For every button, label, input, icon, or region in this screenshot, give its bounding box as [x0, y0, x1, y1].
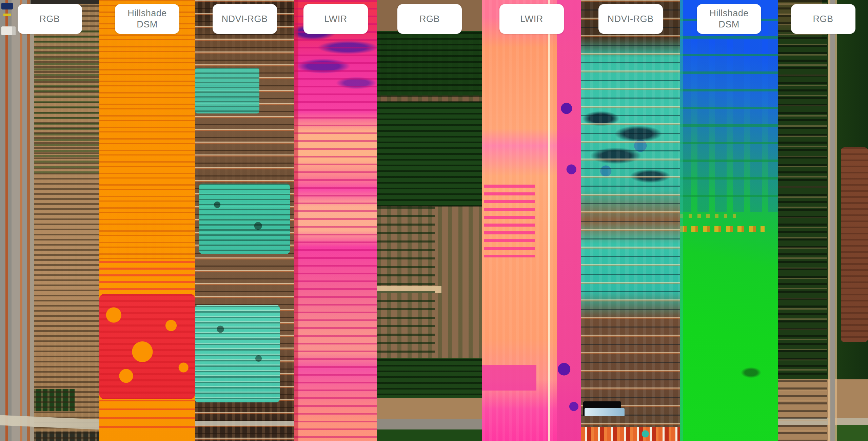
layer-comparison-canvas: RGB Hillshade DSM NDVI-RGB LWIR RGB LWIR [0, 0, 868, 441]
layer-label-chip[interactable]: RGB [18, 4, 82, 34]
layer-label: Hillshade DSM [704, 8, 754, 30]
ndvi-speckle-row [581, 427, 680, 441]
layer-label-chip[interactable]: LWIR [303, 4, 368, 34]
truck-shadow [583, 401, 621, 416]
layer-label-chip[interactable]: NDVI-RGB [213, 4, 277, 34]
layer-label: RGB [39, 14, 60, 25]
map-strip-rgb-3: RGB [778, 0, 868, 441]
dirt-road [195, 421, 294, 425]
layer-label: LWIR [520, 14, 543, 25]
truck-trailer [1, 26, 16, 35]
dirt-road [0, 415, 99, 430]
map-strip-hillshade-dsm-2: Hillshade DSM [680, 0, 778, 441]
layer-label-chip[interactable]: NDVI-RGB [598, 4, 663, 34]
map-strip-ndvi-rgb-1: NDVI-RGB [195, 0, 294, 441]
layer-label-chip[interactable]: LWIR [499, 4, 564, 34]
ndvi-healthy-patch [199, 184, 290, 254]
map-strip-hillshade-dsm-1: Hillshade DSM [99, 0, 195, 441]
bare-soil-patch [841, 147, 868, 342]
layer-label-chip[interactable]: Hillshade DSM [697, 4, 761, 34]
map-strip-lwir-1: LWIR [294, 0, 377, 441]
layer-label-chip[interactable]: RGB [791, 4, 855, 34]
truck-trailer [585, 408, 625, 416]
layer-label: LWIR [324, 14, 347, 25]
layer-label: RGB [419, 14, 440, 25]
ndvi-healthy-patch [195, 68, 259, 113]
elevation-red-band [99, 294, 195, 399]
car-on-road [1, 3, 13, 9]
layer-label: NDVI-RGB [607, 14, 653, 25]
map-strip-rgb-1: RGB [0, 0, 99, 441]
layer-label: Hillshade DSM [122, 8, 172, 30]
ndvi-healthy-patch [195, 305, 280, 402]
map-strip-rgb-2: RGB [377, 0, 482, 441]
layer-label: NDVI-RGB [221, 14, 268, 25]
map-strip-ndvi-rgb-2: NDVI-RGB [581, 0, 680, 441]
layer-label: RGB [813, 14, 833, 25]
thermal-row-pattern [484, 185, 535, 257]
map-strip-lwir-2: LWIR [482, 0, 581, 441]
thermal-cool-column [557, 0, 581, 441]
layer-label-chip[interactable]: RGB [397, 4, 462, 34]
layer-label-chip[interactable]: Hillshade DSM [115, 4, 179, 34]
